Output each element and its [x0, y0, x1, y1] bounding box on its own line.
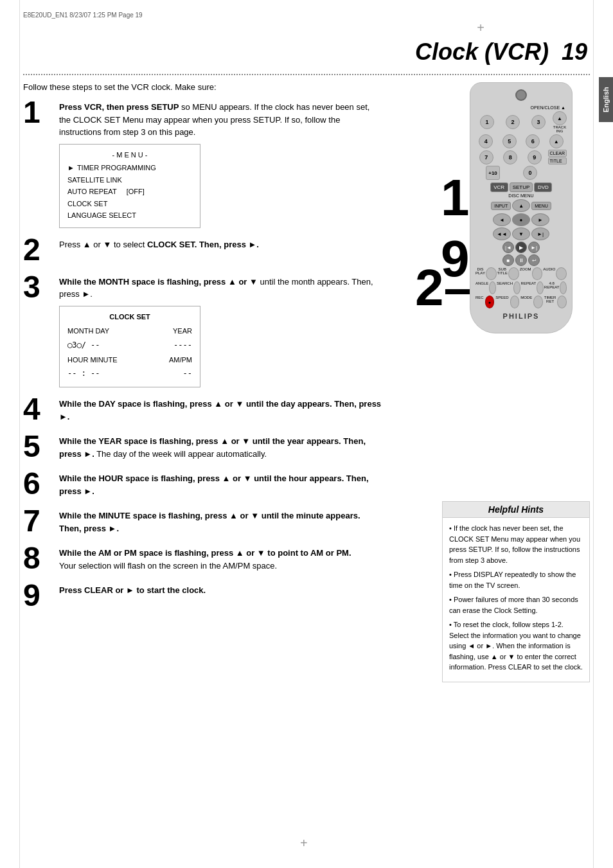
- vcr-button[interactable]: VCR: [490, 182, 508, 192]
- clear-title-area: CLEAR TITLE: [548, 150, 567, 164]
- mode-label: MODE: [520, 296, 532, 308]
- angle-button[interactable]: [489, 281, 496, 294]
- plus10-button[interactable]: +10: [486, 166, 500, 180]
- page-margin-right: [593, 0, 594, 868]
- num-0-button[interactable]: 0: [523, 166, 537, 180]
- step-4-number: 4: [23, 394, 54, 425]
- step-8-extra: Your selection will flash on the screen …: [59, 561, 277, 571]
- step-7-text: While the MINUTE space is flashing, pres…: [59, 511, 360, 533]
- audio-button[interactable]: [556, 267, 567, 280]
- tracking-label: TRACKING: [553, 125, 566, 133]
- menu-button[interactable]: MENU: [531, 202, 551, 210]
- hint-4: To reset the clock, follow steps 1-2. Se…: [449, 619, 583, 673]
- skip-back-button[interactable]: |◄: [502, 242, 514, 253]
- nav-left-button[interactable]: ◄: [493, 213, 511, 226]
- display-button[interactable]: [486, 267, 497, 280]
- function-row-1: DISPLAY SUBTITLE ZOOM AUDIO: [475, 267, 567, 280]
- rew-button[interactable]: ◄◄: [493, 227, 511, 240]
- speed-button[interactable]: [510, 296, 520, 308]
- input-button[interactable]: INPUT: [491, 202, 511, 210]
- nav-up-button[interactable]: ▲: [512, 199, 530, 212]
- english-tab: English: [599, 77, 613, 122]
- clock-set-title: CLOCK SET: [67, 312, 192, 323]
- repeat-4-8-label: 4:8REPEAT: [544, 281, 560, 294]
- num-5-button[interactable]: 5: [502, 134, 517, 148]
- step-9: 9 Press CLEAR or ► to start the clock.: [23, 584, 383, 611]
- function-row-2: ANGLE SEARCH REPEAT 4:8REPEAT: [475, 281, 567, 294]
- clock-year-label: YEAR: [173, 326, 192, 337]
- num-8-button[interactable]: 8: [503, 150, 517, 164]
- page-meta: E8E20UD_EN1 8/23/07 1:25 PM Page 19: [23, 12, 143, 19]
- clock-row-2-labels: HOUR MINUTE AM/PM: [67, 355, 192, 366]
- rec-button[interactable]: ●: [485, 296, 495, 308]
- pause-button[interactable]: ⏸: [515, 254, 527, 266]
- step-6-text: While the HOUR space is flashing, press …: [59, 474, 369, 496]
- dvd-button[interactable]: DVD: [534, 182, 552, 192]
- clock-year-value: ----: [173, 339, 192, 351]
- step-4-content: While the DAY space is flashing, press ▲…: [59, 398, 383, 423]
- menu-item-3-text: AUTO REPEAT [OFF]: [67, 186, 145, 197]
- tracking-down-button[interactable]: ▲: [549, 134, 564, 148]
- repeat-label: REPEAT: [521, 281, 537, 294]
- num-4-button[interactable]: 4: [479, 134, 493, 148]
- menu-item-4: CLOCK SET: [67, 199, 192, 209]
- audio-label: AUDIO: [543, 267, 555, 280]
- mode-button[interactable]: [533, 296, 543, 308]
- num-2-button[interactable]: 2: [506, 115, 520, 129]
- hint-1: If the clock has never been set, the CLO…: [449, 523, 583, 565]
- skip-fwd-button[interactable]: ►|: [528, 242, 540, 253]
- zoom-label: ZOOM: [520, 267, 531, 280]
- title-text: Clock (VCR): [415, 39, 549, 65]
- step-2-content: Press ▲ or ▼ to select CLOCK SET. Then, …: [59, 238, 383, 251]
- clock-month-day-value: ◯3◯/ --: [67, 339, 100, 351]
- power-button[interactable]: [515, 89, 527, 101]
- num-7-button[interactable]: 7: [479, 150, 493, 164]
- menu-item-2-text: SATELLITE LINK: [67, 175, 122, 186]
- display-label: DISPLAY: [475, 267, 485, 280]
- ffw-button[interactable]: ►|: [531, 227, 549, 240]
- step-1: 1 Press VCR, then press SETUP so MENU ap…: [23, 101, 383, 228]
- play-button[interactable]: ▶: [515, 242, 527, 253]
- menu-box: - M E N U - ► TIMER PROGRAMMING SATELLIT…: [59, 144, 200, 228]
- nav-right-button[interactable]: ►: [531, 213, 549, 226]
- crosshair-top: +: [477, 21, 484, 35]
- step-3-content: While the MONTH space is flashing, press…: [59, 276, 383, 388]
- step-5-text: While the YEAR space is flashing, press …: [59, 436, 366, 459]
- repeat-4-8-button[interactable]: [560, 281, 567, 294]
- page-number: 19: [562, 39, 587, 65]
- search-button[interactable]: [513, 281, 520, 294]
- crosshair-bottom: [300, 836, 313, 849]
- step-6: 6 While the HOUR space is flashing, pres…: [23, 472, 383, 499]
- nav-down-button[interactable]: ▼: [512, 227, 530, 240]
- nav-ok-button[interactable]: ●: [512, 213, 530, 226]
- subtitle-button[interactable]: [508, 267, 519, 280]
- num-9-button[interactable]: 9: [528, 150, 542, 164]
- setup-button[interactable]: SETUP: [510, 182, 533, 192]
- angle-label: ANGLE: [475, 281, 488, 294]
- title-label: TITLE: [548, 157, 567, 164]
- back-button[interactable]: ↩: [528, 254, 540, 266]
- step-5-content: While the YEAR space is flashing, press …: [59, 435, 383, 460]
- page-margin-left: [19, 0, 20, 868]
- num-row-4: +10 0: [475, 166, 567, 180]
- stop-button[interactable]: ■: [502, 254, 514, 266]
- menu-item-5: LANGUAGE SELECT: [67, 210, 192, 221]
- num-1-button[interactable]: 1: [480, 115, 494, 129]
- repeat-button[interactable]: [537, 281, 544, 294]
- zoom-button[interactable]: [532, 267, 543, 280]
- step-1-number: 1: [23, 97, 54, 128]
- timer-ret-button[interactable]: [557, 296, 567, 308]
- menu-item-2: SATELLITE LINK: [67, 175, 192, 186]
- step-3-number: 3: [23, 272, 54, 303]
- menu-item-4-text: CLOCK SET: [67, 199, 107, 209]
- num-3-button[interactable]: 3: [531, 115, 546, 129]
- clock-row-1-labels: MONTH DAY YEAR: [67, 326, 192, 337]
- tracking-up-button[interactable]: ▲: [553, 111, 567, 125]
- num-6-button[interactable]: 6: [526, 134, 540, 148]
- rec-label: REC: [475, 296, 484, 308]
- open-close-label: OPEN/CLOSE ▲: [475, 105, 565, 110]
- helpful-hints-box: Helpful Hints If the clock has never bee…: [442, 501, 590, 682]
- page-title-area: Clock (VCR) 19: [415, 39, 587, 66]
- timer-ret-label: TIMERRET: [544, 296, 556, 308]
- step-3: 3 While the MONTH space is flashing, pre…: [23, 276, 383, 388]
